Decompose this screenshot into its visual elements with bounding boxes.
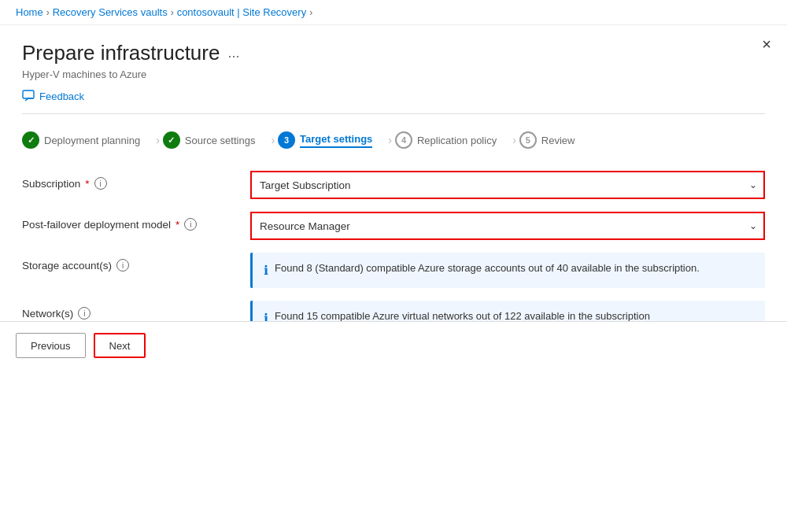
networks-label: Network(s) i [22, 301, 250, 320]
step-sep-4: › [509, 134, 519, 146]
feedback-icon [22, 90, 35, 102]
step-5-circle: 5 [519, 131, 537, 149]
previous-button[interactable]: Previous [16, 333, 86, 358]
breadcrumb-sep-3: › [309, 7, 312, 18]
step-source-settings: ✓ Source settings [163, 128, 268, 152]
deployment-model-select-wrapper: Resource Manager Classic ⌄ [250, 212, 765, 240]
breadcrumb-vaults[interactable]: Recovery Services vaults [53, 6, 168, 18]
subscription-select[interactable]: Target Subscription [250, 171, 765, 199]
svg-rect-0 [23, 91, 34, 98]
storage-accounts-row: Storage account(s) i ℹ Found 8 (Standard… [22, 253, 765, 288]
networks-info-icon[interactable]: i [78, 307, 91, 320]
feedback-bar[interactable]: Feedback [22, 90, 765, 114]
deployment-model-label: Post-failover deployment model * i [22, 212, 250, 231]
subscription-info-icon[interactable]: i [94, 177, 107, 190]
feedback-label: Feedback [39, 91, 84, 102]
breadcrumb-home[interactable]: Home [16, 6, 43, 18]
step-1-circle: ✓ [22, 131, 39, 149]
steps-nav: ✓ Deployment planning › ✓ Source setting… [22, 128, 765, 152]
form-section: Subscription * i Target Subscription ⌄ P… [22, 171, 765, 336]
next-button[interactable]: Next [94, 333, 146, 358]
step-sep-3: › [385, 134, 395, 146]
step-sep-2: › [268, 134, 278, 146]
storage-accounts-info-text: Found 8 (Standard) compatible Azure stor… [275, 260, 700, 280]
step-5-label: Review [541, 135, 575, 146]
deployment-model-select[interactable]: Resource Manager Classic [250, 212, 765, 240]
subscription-label: Subscription * i [22, 171, 250, 190]
breadcrumb: Home › Recovery Services vaults › contos… [0, 0, 787, 25]
step-4-circle: 4 [395, 131, 412, 149]
subscription-select-wrapper: Target Subscription ⌄ [250, 171, 765, 199]
page-title-ellipsis: ... [227, 45, 239, 61]
deployment-model-row: Post-failover deployment model * i Resou… [22, 212, 765, 240]
bottom-bar: Previous Next [0, 321, 787, 369]
storage-info-circle-icon: ℹ [264, 261, 268, 280]
storage-accounts-control: ℹ Found 8 (Standard) compatible Azure st… [250, 253, 765, 288]
deployment-model-required: * [176, 219, 179, 231]
step-2-label: Source settings [185, 135, 256, 146]
storage-accounts-info-box: ℹ Found 8 (Standard) compatible Azure st… [250, 253, 765, 288]
deployment-model-info-icon[interactable]: i [184, 218, 197, 231]
breadcrumb-sep-2: › [171, 7, 174, 18]
storage-accounts-info-icon[interactable]: i [116, 259, 129, 272]
subscription-row: Subscription * i Target Subscription ⌄ [22, 171, 765, 199]
step-deployment-planning: ✓ Deployment planning [22, 128, 153, 152]
close-button[interactable]: × [762, 36, 771, 52]
subscription-required: * [85, 178, 89, 190]
step-2-circle: ✓ [163, 131, 180, 149]
main-panel: × Prepare infrastructure ... Hyper-V mac… [0, 25, 787, 369]
page-title: Prepare infrastructure ... [22, 41, 765, 65]
step-target-settings: 3 Target settings [278, 128, 385, 152]
storage-accounts-label: Storage account(s) i [22, 253, 250, 272]
breadcrumb-vault[interactable]: contosovault | Site Recovery [177, 6, 307, 18]
breadcrumb-sep-1: › [46, 7, 50, 18]
subscription-control: Target Subscription ⌄ [250, 171, 765, 199]
step-3-label: Target settings [300, 133, 372, 148]
step-3-circle: 3 [278, 131, 295, 149]
step-4-label: Replication policy [417, 135, 497, 146]
deployment-model-control: Resource Manager Classic ⌄ [250, 212, 765, 240]
step-replication-policy: 4 Replication policy [395, 128, 509, 152]
step-1-label: Deployment planning [44, 135, 140, 146]
step-review: 5 Review [519, 128, 588, 152]
step-sep-1: › [153, 134, 163, 146]
page-subtitle: Hyper-V machines to Azure [22, 68, 765, 80]
